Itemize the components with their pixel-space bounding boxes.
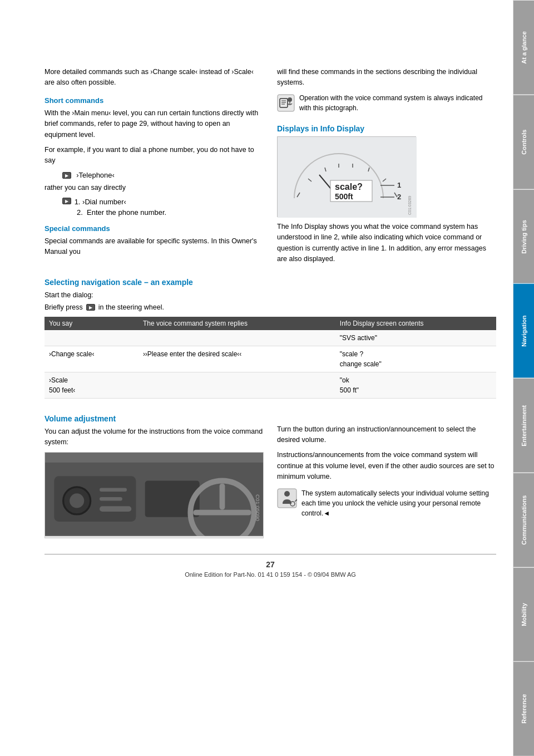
main-content: More detailed commands such as ›Change s… <box>0 0 513 756</box>
press-prefix: Briefly press <box>44 303 83 311</box>
sidebar-tab-navigation[interactable]: Navigation <box>513 283 534 378</box>
intro-paragraph: More detailed commands such as ›Change s… <box>44 67 264 89</box>
header-row: You say The voice command system replies… <box>44 317 496 330</box>
page-wrapper: More detailed commands such as ›Change s… <box>0 0 534 756</box>
find-commands-text: will find these commands in the sections… <box>277 67 496 89</box>
col-you-say: You say <box>44 317 139 330</box>
nav-example-heading: Selecting navigation scale – an example <box>44 278 496 287</box>
short-commands-para1: With the ›Main menu‹ level, you can run … <box>44 108 264 140</box>
svg-point-40 <box>284 491 290 497</box>
intro-section: More detailed commands such as ›Change s… <box>44 67 496 269</box>
start-dialog-text: Start the dialog: <box>44 290 496 301</box>
svg-rect-32 <box>100 507 131 512</box>
short-commands-para2: For example, if you want to dial a phone… <box>44 145 264 166</box>
page-number: 27 <box>50 560 491 569</box>
table-row: ›Scale500 feet‹ "ok500 ft" <box>44 372 496 398</box>
telephone-command-line: ▶ ›Telephone‹ <box>61 171 264 179</box>
step-1: ▶ 1. ›Dial number‹ <box>61 198 264 206</box>
voice-pictograph-icon <box>277 94 295 112</box>
volume-right-para1: Turn the button during an instruction/an… <box>277 424 496 446</box>
nav-command-table: You say The voice command system replies… <box>44 317 496 399</box>
svg-text:2: 2 <box>397 193 401 201</box>
cell-replies-2: ››Please enter the desired scale‹‹ <box>139 346 335 372</box>
voice-note-box: Operation with the voice command system … <box>277 93 496 117</box>
col-info-display: Info Display screen contents <box>335 317 496 330</box>
step-2-text: Enter the phone number. <box>87 208 166 217</box>
displays-heading: Displays in Info Display <box>277 124 496 133</box>
table-row: ›Change scale‹ ››Please enter the desire… <box>44 346 496 372</box>
svg-rect-36 <box>193 510 251 516</box>
cell-info-1: "SVS active" <box>335 330 496 346</box>
example-command: ›Telephone‹ <box>76 171 115 179</box>
cell-you-say-2: ›Change scale‹ <box>44 346 139 372</box>
special-commands-heading: Special commands <box>44 224 264 233</box>
col-system-replies: The voice command system replies <box>139 317 335 330</box>
sidebar-tab-controls[interactable]: Controls <box>513 95 534 189</box>
gauge-svg: scale? 500ft 1 2 C01:03269 <box>278 137 417 218</box>
volume-note-text: The system automatically selects your in… <box>301 488 496 518</box>
cell-replies-1 <box>139 330 335 346</box>
steps-list: ▶ 1. ›Dial number‹ 2. Enter the phone nu… <box>61 198 264 217</box>
step-1-text: ›Dial number‹ <box>82 198 126 206</box>
volume-two-col: Volume adjustment You can adjust the vol… <box>44 410 496 543</box>
svg-point-31 <box>70 494 84 508</box>
table-header: You say The voice command system replies… <box>44 317 496 330</box>
page-footer: 27 Online Edition for Part-No. 01 41 0 1… <box>44 554 496 583</box>
cell-you-say-3: ›Scale500 feet‹ <box>44 372 139 398</box>
svg-rect-34 <box>100 488 127 492</box>
step-2-label: 2. <box>77 208 85 217</box>
svg-text:C01:05090: C01:05090 <box>255 494 261 521</box>
steering-wheel-icon: ▶ <box>86 304 95 311</box>
svg-text:scale?: scale? <box>335 182 363 192</box>
svg-text:1: 1 <box>397 181 401 189</box>
info-display-para: The Info Display shows you what the voic… <box>277 222 496 265</box>
press-line: Briefly press ▶ in the steering wheel. <box>44 303 496 311</box>
svg-rect-33 <box>100 497 122 501</box>
volume-section: Volume adjustment You can adjust the vol… <box>44 410 496 543</box>
svg-point-5 <box>288 97 292 102</box>
volume-image: C01:05090 <box>44 452 264 538</box>
press-suffix: in the steering wheel. <box>98 303 164 311</box>
left-column: More detailed commands such as ›Change s… <box>44 67 264 269</box>
special-commands-para: Special commands are available for speci… <box>44 236 264 258</box>
cell-info-3: "ok500 ft" <box>335 372 496 398</box>
sidebar: At a glance Controls Driving tips Naviga… <box>513 0 534 756</box>
table-body: "SVS active" ›Change scale‹ ››Please ent… <box>44 330 496 399</box>
short-commands-heading: Short commands <box>44 96 264 105</box>
step-2: 2. Enter the phone number. <box>77 208 264 217</box>
voice-icon-1: ▶ <box>62 172 71 179</box>
table-row: "SVS active" <box>44 330 496 346</box>
sidebar-tab-at-a-glance[interactable]: At a glance <box>513 0 534 95</box>
svg-rect-7 <box>278 137 417 218</box>
nav-example-section: Selecting navigation scale – an example … <box>44 278 496 398</box>
voice-note-text: Operation with the voice command system … <box>299 93 496 113</box>
step-1-label: 1. <box>75 198 82 206</box>
volume-heading: Volume adjustment <box>44 414 264 423</box>
footer-text: Online Edition for Part-No. 01 41 0 159 … <box>50 571 491 578</box>
cell-you-say-1 <box>44 330 139 346</box>
right-column: will find these commands in the sections… <box>277 67 496 269</box>
cell-info-2: "scale ?change scale" <box>335 346 496 372</box>
volume-para1: You can adjust the volume for the instru… <box>44 426 264 448</box>
svg-text:500ft: 500ft <box>335 192 353 201</box>
volume-note-box: The system automatically selects your in… <box>277 488 496 523</box>
volume-right: Turn the button during an instruction/an… <box>277 410 496 543</box>
rather-text: rather you can say directly <box>44 183 264 193</box>
sidebar-tab-reference[interactable]: Reference <box>513 661 534 756</box>
volume-left: Volume adjustment You can adjust the vol… <box>44 410 264 543</box>
car-interior-svg: C01:05090 <box>45 453 263 536</box>
sidebar-tab-driving-tips[interactable]: Driving tips <box>513 189 534 284</box>
voice-icon-2: ▶ <box>62 198 71 204</box>
svg-text:C01:03269: C01:03269 <box>408 195 412 214</box>
sidebar-tab-communications[interactable]: Communications <box>513 473 534 567</box>
sidebar-tab-mobility[interactable]: Mobility <box>513 567 534 662</box>
sidebar-tab-entertainment[interactable]: Entertainment <box>513 378 534 473</box>
volume-note-icon <box>277 488 297 508</box>
info-display-image: scale? 500ft 1 2 C01:03269 <box>277 136 416 217</box>
svg-rect-37 <box>220 484 225 510</box>
volume-right-para2: Instructions/announcements from the voic… <box>277 450 496 482</box>
cell-replies-3 <box>139 372 335 398</box>
